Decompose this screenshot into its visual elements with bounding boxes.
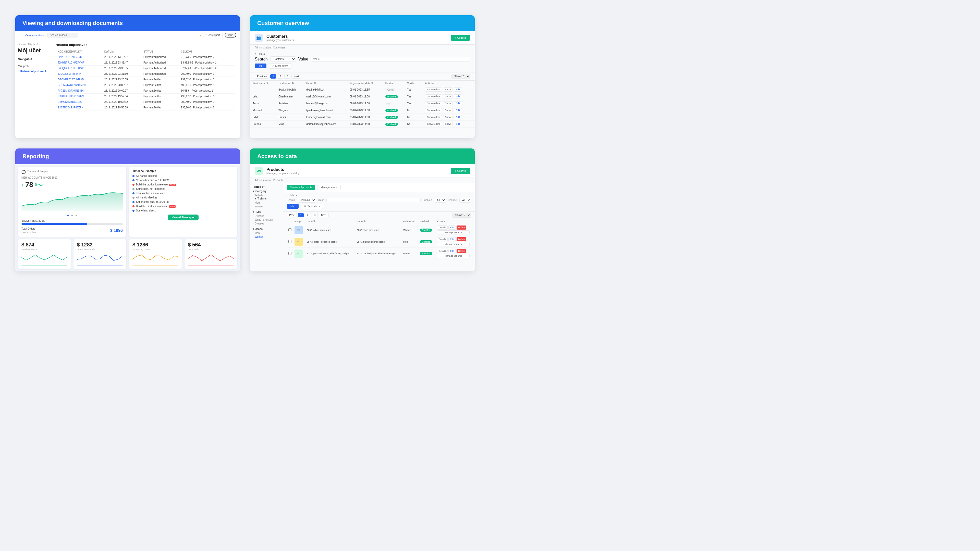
- create-customer-button[interactable]: + Create: [451, 35, 470, 41]
- show-orders-button[interactable]: Show orders: [425, 115, 442, 119]
- sidebar-item-men[interactable]: Men: [252, 201, 281, 205]
- access-clear-button[interactable]: ✕ Clear filters: [301, 203, 323, 209]
- access-page-3[interactable]: 3: [312, 213, 318, 218]
- checkbox-cell[interactable]: [287, 236, 293, 248]
- search-type-select[interactable]: Contains: [270, 56, 296, 62]
- access-enabled-select[interactable]: All: [434, 198, 446, 203]
- access-value-input[interactable]: [326, 198, 421, 202]
- edit-button[interactable]: Edit: [454, 101, 462, 105]
- show-orders-button[interactable]: Show orders: [425, 108, 442, 112]
- tech-support-card: 💬 Technical Support ⋯ NEW ACCOUNTS SINCE…: [18, 167, 126, 237]
- show-button[interactable]: Show: [443, 108, 453, 112]
- sidebar-type-group: ▼ Type Dresses White jumpsuits Dresses: [252, 210, 281, 225]
- page-3-button[interactable]: 3: [284, 74, 290, 79]
- show-button[interactable]: Show: [443, 115, 453, 119]
- edit-product-button[interactable]: Edit: [449, 237, 456, 241]
- order-code-cell[interactable]: LINK1FQ7B2TFZNd7: [56, 54, 102, 60]
- details-button[interactable]: Details: [437, 237, 448, 241]
- show-orders-button[interactable]: Show orders: [425, 94, 442, 98]
- edit-button[interactable]: Edit: [454, 115, 462, 119]
- first-name-cell: [250, 86, 276, 93]
- show-button[interactable]: Show: [443, 101, 453, 105]
- details-button[interactable]: Details: [437, 225, 448, 230]
- checkbox-cell[interactable]: [287, 224, 293, 236]
- date-cell: 28. 9. 2022 19:50:38: [102, 105, 142, 110]
- doc-nav-item-history[interactable]: História objednávok: [18, 68, 48, 74]
- order-code-cell[interactable]: S66QU2JF7H9JT4DW: [56, 65, 102, 71]
- page-1-button[interactable]: 1: [270, 74, 277, 79]
- manage-variants-button[interactable]: Manage variants: [437, 242, 469, 246]
- sidebar-item-women[interactable]: Women: [252, 205, 281, 208]
- details-button[interactable]: Details: [437, 249, 448, 253]
- value-filter-input[interactable]: [311, 57, 470, 62]
- verified-cell: Yes: [405, 93, 423, 100]
- access-page-2[interactable]: 2: [305, 213, 311, 218]
- user-button[interactable]: John: [224, 33, 236, 38]
- checkbox-cell[interactable]: [287, 248, 293, 259]
- edit-button[interactable]: Edit: [454, 122, 462, 126]
- order-code-cell[interactable]: EVMQK8KR1891DBJ: [56, 99, 102, 105]
- doc-nav-item-profile[interactable]: Môj profil: [18, 64, 48, 68]
- show-select[interactable]: Show 10: [452, 74, 470, 79]
- order-code-cell[interactable]: GDEK23WUIRWNA5P81: [56, 83, 102, 88]
- edit-button[interactable]: Edit: [454, 94, 462, 98]
- create-product-button[interactable]: + Create: [451, 168, 470, 174]
- order-code-cell[interactable]: E2STNC34EJR83ZPN: [56, 105, 102, 110]
- show-orders-button[interactable]: Show orders: [425, 101, 442, 105]
- sidebar-item-dresses-2[interactable]: Dresses: [252, 222, 281, 225]
- clear-filters-button[interactable]: ✕ Clear filters: [269, 63, 291, 68]
- order-code-cell[interactable]: AGONPEZ2STHMZAB: [56, 77, 102, 83]
- access-search-type-select[interactable]: Contains: [297, 198, 316, 203]
- view-store-link[interactable]: View your store: [25, 34, 44, 37]
- delete-product-button[interactable]: Delete: [457, 237, 466, 241]
- sidebar-tshirts-expand[interactable]: ▼ T-shirts: [252, 197, 281, 200]
- page-2-button[interactable]: 2: [277, 74, 283, 79]
- access-channel-select[interactable]: All: [460, 198, 471, 203]
- view-all-button[interactable]: View All Messages: [168, 214, 198, 221]
- delete-product-button[interactable]: Delete: [457, 249, 466, 253]
- col-code: Code ⇅: [305, 219, 355, 224]
- edit-button[interactable]: Edit: [454, 87, 462, 92]
- sidebar-item-white-jumpsuits[interactable]: White jumpsuits: [252, 218, 281, 222]
- show-orders-button[interactable]: Show orders: [425, 122, 442, 126]
- access-next-button[interactable]: Next: [319, 213, 329, 218]
- edit-button[interactable]: Edit: [454, 108, 462, 112]
- doc-search-input[interactable]: [47, 33, 78, 38]
- filter-button[interactable]: Filter: [255, 64, 266, 68]
- manage-variants-button[interactable]: Manage variants: [437, 230, 469, 234]
- show-button[interactable]: Show: [443, 122, 453, 126]
- col-last: Last name ⇅: [276, 81, 304, 86]
- sidebar-item-tshirts[interactable]: T-shirts: [252, 193, 281, 197]
- timeline-menu-icon[interactable]: ⋯: [231, 169, 234, 175]
- card-menu-icon[interactable]: ⋯: [120, 170, 123, 174]
- show-button[interactable]: Show: [443, 94, 453, 98]
- browse-products-button[interactable]: Browse all products: [287, 185, 315, 190]
- access-page-1[interactable]: 1: [298, 213, 304, 218]
- support-button[interactable]: Get support: [204, 33, 223, 37]
- sidebar-item-jeans-women[interactable]: Women: [252, 235, 281, 239]
- dot-gray-1[interactable]: ●: [71, 213, 73, 218]
- prev-page-button[interactable]: Previous: [255, 74, 269, 79]
- edit-product-button[interactable]: Edit: [449, 249, 456, 253]
- edit-product-button[interactable]: Edit: [449, 225, 456, 230]
- next-page-button[interactable]: Next: [291, 74, 301, 79]
- order-code-cell[interactable]: R3UTEEH1XKD7K82V: [56, 94, 102, 99]
- access-prev-button[interactable]: Prev: [287, 213, 297, 218]
- order-code-cell[interactable]: TJDQ296MRJB2V44F: [56, 71, 102, 77]
- dot-blue[interactable]: ●: [67, 213, 69, 218]
- order-code-cell[interactable]: PK723M8GFXUNZ386: [56, 88, 102, 94]
- enabled-cell: Enabled: [383, 93, 405, 100]
- manage-variants-button[interactable]: Manage variants: [437, 254, 469, 258]
- order-code-cell[interactable]: J2HHNTR1CKPZ7VKR: [56, 60, 102, 65]
- manage-teams-button[interactable]: Manage teams: [317, 185, 341, 190]
- sidebar-item-jeans-men[interactable]: Men: [252, 231, 281, 235]
- show-orders-button[interactable]: Show orders: [425, 87, 442, 92]
- access-show-select[interactable]: Show 12: [452, 213, 471, 218]
- show-button[interactable]: Show: [443, 87, 453, 92]
- table-row: LINK1FQ7B2TFZNd7 2. 11. 2022 13:16:07 Pa…: [56, 54, 235, 60]
- dot-gray-2[interactable]: ●: [75, 213, 77, 218]
- panel-access-header: Access to data: [250, 148, 475, 164]
- access-filter-button[interactable]: Filter: [287, 204, 299, 209]
- delete-product-button[interactable]: Delete: [457, 225, 466, 230]
- sidebar-item-dresses[interactable]: Dresses: [252, 214, 281, 218]
